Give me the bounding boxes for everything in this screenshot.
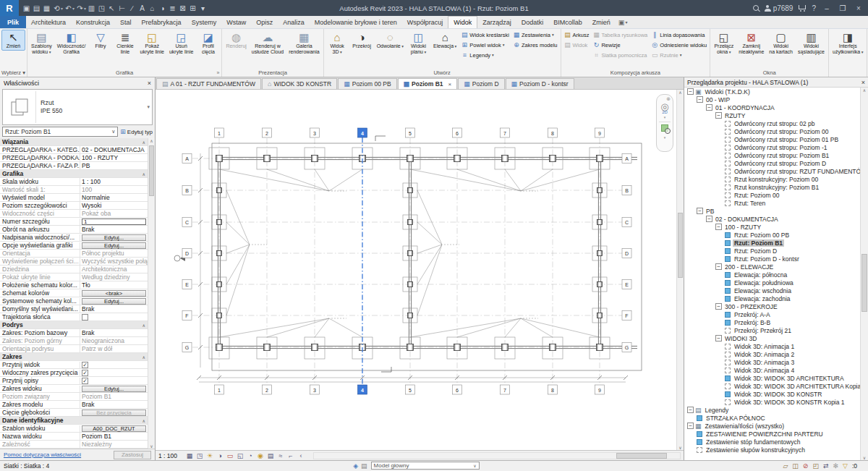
property-section[interactable]: Zakres∧ (0, 353, 148, 361)
tree-item[interactable]: Widok 3D: Animacja 3 (684, 358, 860, 366)
tab-architektura[interactable]: Architektura (26, 16, 71, 28)
tree-item[interactable]: −02 - DOKUMENTACJA (684, 215, 860, 223)
matchline-button[interactable]: ∥Linia dopasowania (650, 30, 708, 40)
property-value[interactable]: Edytuj... (80, 242, 148, 249)
tree-item[interactable]: Przekrój: B-B (684, 318, 860, 326)
revit-logo[interactable]: R (0, 0, 19, 16)
view-3d-button[interactable]: ⌂Widok3D ▾ (326, 30, 349, 56)
collapse-section-icon[interactable]: ∧ (142, 418, 145, 423)
view-scale-button[interactable]: 1 : 100 (158, 452, 183, 459)
floor-plan-drawing[interactable]: 112233445566778899AABBCCDDEEFFGG (156, 90, 684, 450)
tree-item[interactable]: Odwrócony rzut stropu: RZUT FUNDAMENTÓW (684, 167, 860, 175)
default-3d-view-icon[interactable]: ⌂ (148, 2, 157, 14)
tree-collapse-icon[interactable]: − (687, 88, 694, 95)
tree-item[interactable]: −100 - RZUTY (684, 223, 860, 231)
tree-item[interactable]: −200 - ELEWACJE (684, 263, 860, 271)
property-value[interactable]: Brak (80, 329, 148, 336)
tree-item[interactable]: Odwrócony rzut stropu: Poziom D (684, 159, 860, 167)
property-section[interactable]: Podrys∧ (0, 321, 148, 329)
browser-scrollbar[interactable]: ∧∨ (860, 88, 868, 460)
close-inactive-icon[interactable]: ⊠ (178, 2, 187, 14)
property-section[interactable]: Grafika∧ (0, 170, 148, 178)
section-icon[interactable]: ◑ (158, 2, 167, 14)
customize-qat-icon[interactable]: ▾ (198, 2, 208, 14)
property-value[interactable]: 100 (80, 186, 148, 193)
render-gallery-button[interactable]: ▦Galeriarenderowania (286, 30, 321, 56)
measure-icon[interactable]: ∕ (127, 2, 137, 14)
property-value[interactable]: A00_DOC_RZUT (80, 425, 148, 432)
wheel-dropdown-icon[interactable]: ▾ (664, 115, 666, 119)
close-view-tab-icon[interactable]: × (448, 81, 452, 88)
crop-view-icon[interactable]: ▭ (226, 452, 234, 459)
tab-file[interactable]: Plik (0, 16, 26, 28)
property-value[interactable]: Niezależny (80, 441, 148, 448)
tree-collapse-icon[interactable]: − (687, 407, 694, 413)
tree-item[interactable]: Rzut: Teren (684, 199, 860, 207)
tree-item[interactable]: Odwrócony rzut stropu: Poziom B1 (684, 151, 860, 159)
tree-item[interactable]: Widok 3D: Animacja 2 (684, 350, 860, 358)
tree-item[interactable]: −▣Widoki (T.K.D.K) (684, 88, 860, 96)
property-input[interactable]: 1 (82, 218, 146, 225)
sheet-button[interactable]: ▤Arkusz (563, 30, 591, 40)
save-icon[interactable]: ▦ (42, 2, 51, 14)
properties-close-icon[interactable]: × (148, 80, 151, 87)
editing-requests-icon[interactable]: ▤ (361, 462, 367, 470)
property-value[interactable]: Wysoki (80, 202, 148, 209)
property-edit-button[interactable]: A00_DOC_RZUT (82, 425, 146, 432)
select-pinned-icon[interactable]: ⊘ (803, 462, 809, 470)
tree-item[interactable]: −300 - PRZEKROJE (684, 302, 860, 310)
tree-item[interactable]: Elewacja: zachodnia (684, 294, 860, 302)
tree-item[interactable]: Rzut konstrukcyjny: Poziom 00 (684, 175, 860, 183)
help-icon[interactable]: ? (812, 4, 816, 12)
modify-cursor-icon[interactable]: ↖ (107, 2, 116, 14)
hide-analytical-model-icon[interactable]: ≈ (276, 452, 285, 459)
tree-item[interactable]: Elewacja: południowa (684, 279, 860, 287)
property-value[interactable]: Brak (80, 401, 148, 408)
property-edit-button[interactable]: Edytuj... (82, 386, 146, 392)
remove-hidden-lines-button[interactable]: ◲Usuńukryte linie (167, 30, 195, 56)
collapse-section-icon[interactable]: ∧ (142, 355, 145, 360)
tab-analiza[interactable]: Analiza (278, 16, 310, 28)
callout-button[interactable]: ◌Odwołanie ▾ (375, 30, 406, 51)
property-value[interactable]: Według dziedziny (80, 273, 148, 281)
property-value[interactable]: 100 - RZUTY (80, 154, 148, 161)
view-tab-a-01-rzut-fundament-w[interactable]: ▤A 01 - RZUT FUNDAMENTÓW (156, 78, 261, 89)
tree-item[interactable]: −▦Zestawienia/Ilości (wszystko) (684, 422, 860, 430)
property-checkbox[interactable]: ✓ (82, 370, 88, 376)
show-crop-region-icon[interactable]: ◱ (236, 452, 244, 459)
property-value[interactable]: Nieograniczona (80, 337, 148, 344)
view-tab-poziom-d-kontsr[interactable]: ▦Poziom D - kontsr (506, 78, 574, 89)
selection-settings-icon[interactable]: ✻ (833, 462, 838, 470)
property-value[interactable]: <brak> (80, 290, 148, 297)
legends-button[interactable]: ≡Legendy▾ (459, 50, 511, 60)
tree-collapse-icon[interactable]: − (697, 208, 703, 214)
switch-windows-button[interactable]: ◱Przełączokna ▾ (712, 30, 736, 56)
property-value[interactable]: Poziom B1 (80, 433, 148, 440)
minimize-button[interactable]: – (822, 4, 832, 12)
canvas-vertical-scrollbar[interactable]: ∧∨ (676, 90, 684, 450)
tree-item[interactable]: Przekrój: Przekrój 21 (684, 326, 860, 334)
property-value[interactable]: Północ projektu (80, 250, 148, 257)
scrollbar-thumb[interactable] (616, 453, 667, 459)
visual-style-icon[interactable]: ◳ (195, 452, 204, 459)
elevation-button[interactable]: ⌂Elewacja ▾ (431, 30, 459, 51)
scope-box-button[interactable]: ⊕Zakres modelu (511, 40, 559, 50)
thin-lines-button[interactable]: ≣Cienkielinie (113, 30, 137, 56)
tree-collapse-icon[interactable]: − (706, 104, 712, 111)
browser-close-icon[interactable]: × (861, 79, 865, 86)
tile-views-button[interactable]: ▥Widokisąsiadujące (796, 30, 827, 56)
sun-path-icon[interactable]: ☀ (205, 452, 214, 459)
export-icon[interactable]: ◳ (97, 2, 106, 14)
select-underlay-icon[interactable]: ◫ (792, 462, 799, 470)
tab-wstaw[interactable]: Wstaw (221, 16, 251, 28)
guide-grid-button[interactable]: ⌗Siatka pomocnicza (591, 50, 649, 60)
drag-on-selection-icon[interactable]: ⇄ (823, 462, 829, 470)
tree-item[interactable]: −▤Legendy (684, 406, 860, 414)
tree-collapse-icon[interactable]: − (687, 423, 694, 429)
undo-icon-arrow[interactable]: ▾ (72, 6, 75, 11)
tree-item[interactable]: Widok 3D: Animacja 1 (684, 342, 860, 350)
property-value[interactable]: Patrz w dół (80, 345, 148, 352)
property-value[interactable]: Bez przycięcia (80, 410, 148, 416)
tree-item[interactable]: −PB (684, 207, 860, 215)
tab-widok[interactable]: Widok (448, 16, 477, 28)
